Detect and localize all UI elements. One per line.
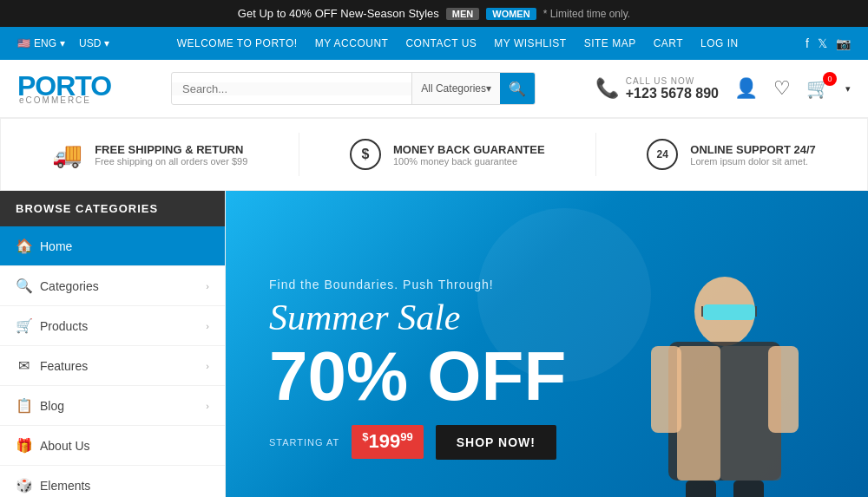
categories-icon: 🔍: [16, 278, 31, 294]
search-category-dropdown[interactable]: All Categories ▾: [412, 73, 500, 104]
svg-rect-10: [755, 306, 757, 317]
feature-money-back-subtitle: 100% money back guarantee: [393, 156, 545, 167]
svg-rect-8: [703, 304, 755, 320]
svg-rect-5: [768, 346, 799, 433]
twitter-icon[interactable]: 𝕏: [818, 36, 827, 50]
shop-now-button[interactable]: SHOP NOW!: [436, 425, 556, 460]
search-input[interactable]: [172, 82, 411, 95]
products-arrow-icon: ›: [206, 321, 209, 331]
limited-text: * Limited time only.: [543, 8, 630, 20]
price-main: 199: [369, 431, 401, 453]
sidebar-item-products-left: 🛒 Products: [16, 317, 88, 334]
facebook-icon[interactable]: f: [806, 36, 809, 50]
banner-text: Get Up to 40% OFF New-Season Styles: [238, 7, 439, 20]
products-icon: 🛒: [16, 317, 31, 334]
cart-icon[interactable]: 🛒 0: [806, 77, 830, 100]
blog-arrow-icon: ›: [206, 401, 209, 411]
hero-section: Find the Boundaries. Push Through! Summe…: [226, 191, 868, 497]
sidebar-item-home[interactable]: 🏠 Home: [0, 226, 225, 266]
blog-icon: 📋: [16, 397, 31, 414]
top-banner: Get Up to 40% OFF New-Season Styles MEN …: [0, 0, 868, 27]
support-icon: 24: [647, 139, 678, 170]
language-selector[interactable]: 🇺🇸 ENG ▾: [17, 37, 65, 49]
nav-bar-center: WELCOME TO PORTO! MY ACCOUNT CONTACT US …: [177, 37, 739, 49]
starting-at-label: STARTING AT: [269, 437, 339, 448]
call-label: CALL US NOW: [626, 76, 719, 86]
sidebar-item-features-left: ✉ Features: [16, 357, 88, 374]
feature-shipping-text: FREE SHIPPING & RETURN Free shipping on …: [95, 143, 247, 167]
sidebar-label-categories: Categories: [40, 279, 99, 293]
search-category-label: All Categories: [421, 82, 486, 95]
feature-money-back-title: MONEY BACK GUARANTEE: [393, 143, 545, 156]
nav-cart[interactable]: CART: [654, 37, 683, 49]
feature-support-subtitle: Lorem ipsum dolor sit amet.: [690, 156, 815, 167]
price-tag: $19999: [352, 425, 423, 458]
nav-contact-us[interactable]: CONTACT US: [405, 37, 477, 49]
call-us: 📞 CALL US NOW +123 5678 890: [595, 76, 719, 101]
svg-rect-6: [686, 481, 716, 497]
instagram-icon[interactable]: 📷: [836, 36, 851, 50]
feature-shipping: 🚚 FREE SHIPPING & RETURN Free shipping o…: [52, 141, 247, 169]
shipping-icon: 🚚: [52, 141, 82, 169]
logo[interactable]: PORTO eCOMMERCE: [17, 72, 111, 105]
account-icon[interactable]: 👤: [734, 77, 758, 100]
sidebar-item-about[interactable]: 🎁 About Us: [0, 426, 225, 466]
lang-chevron-icon: ▾: [60, 37, 65, 49]
sidebar-item-blog[interactable]: 📋 Blog ›: [0, 386, 225, 426]
price-symbol: $: [362, 430, 368, 443]
sidebar-label-features: Features: [40, 359, 88, 373]
sidebar-label-elements: Elements: [40, 479, 90, 493]
sidebar-item-features[interactable]: ✉ Features ›: [0, 346, 225, 386]
sidebar-item-categories-left: 🔍 Categories: [16, 278, 99, 294]
currency-chevron-icon: ▾: [104, 37, 109, 49]
header-right: 📞 CALL US NOW +123 5678 890 👤 ♡ 🛒 0 ▾: [595, 76, 851, 101]
nav-log-in[interactable]: LOG IN: [700, 37, 739, 49]
currency-selector[interactable]: USD ▾: [79, 37, 109, 49]
flag-icon: 🇺🇸: [17, 37, 30, 49]
feature-shipping-subtitle: Free shipping on all orders over $99: [95, 156, 247, 167]
call-number: +123 5678 890: [626, 86, 719, 101]
hero-model-figure: [599, 259, 851, 497]
lang-label: ENG: [34, 37, 56, 49]
currency-label: USD: [79, 37, 101, 49]
wishlist-icon[interactable]: ♡: [773, 77, 791, 100]
feature-support-text: ONLINE SUPPORT 24/7 Lorem ipsum dolor si…: [690, 143, 815, 167]
elements-icon: 🎲: [16, 477, 31, 494]
nav-my-wishlist[interactable]: MY WISHLIST: [494, 37, 566, 49]
sidebar-header: BROWSE CATEGORIES: [0, 191, 225, 226]
sidebar-item-blog-left: 📋 Blog: [16, 397, 64, 414]
sidebar-label-products: Products: [40, 319, 88, 333]
main-content: BROWSE CATEGORIES 🏠 Home 🔍 Categories › …: [0, 191, 868, 497]
money-back-icon: $: [350, 139, 381, 170]
search-button[interactable]: 🔍: [500, 72, 535, 105]
features-bar: 🚚 FREE SHIPPING & RETURN Free shipping o…: [0, 118, 868, 191]
hero-bottom: STARTING AT $19999 SHOP NOW!: [269, 425, 566, 460]
cart-chevron-icon: ▾: [845, 83, 851, 95]
sidebar-item-categories[interactable]: 🔍 Categories ›: [0, 266, 225, 306]
men-tag[interactable]: MEN: [446, 8, 479, 20]
hero-model-svg: [599, 259, 851, 497]
svg-rect-9: [701, 306, 703, 317]
sidebar-item-products[interactable]: 🛒 Products ›: [0, 306, 225, 346]
sidebar-item-elements[interactable]: 🎲 Elements: [0, 466, 225, 497]
feature-money-back: $ MONEY BACK GUARANTEE 100% money back g…: [350, 139, 545, 170]
nav-welcome[interactable]: WELCOME TO PORTO!: [177, 37, 298, 49]
sidebar-label-about: About Us: [40, 439, 90, 453]
call-info: CALL US NOW +123 5678 890: [626, 76, 719, 101]
nav-my-account[interactable]: MY ACCOUNT: [315, 37, 389, 49]
svg-rect-2: [677, 346, 720, 481]
sidebar-label-blog: Blog: [40, 399, 64, 413]
women-tag[interactable]: WOMEN: [486, 8, 536, 20]
about-icon: 🎁: [16, 437, 31, 454]
sidebar-label-home: Home: [40, 239, 72, 253]
sidebar: BROWSE CATEGORIES 🏠 Home 🔍 Categories › …: [0, 191, 226, 497]
svg-rect-4: [651, 346, 681, 433]
search-category-chevron-icon: ▾: [486, 82, 491, 95]
features-arrow-icon: ›: [206, 361, 209, 371]
nav-bar: 🇺🇸 ENG ▾ USD ▾ WELCOME TO PORTO! MY ACCO…: [0, 27, 868, 60]
feature-support: 24 ONLINE SUPPORT 24/7 Lorem ipsum dolor…: [647, 139, 815, 170]
feature-divider-1: [299, 133, 299, 176]
features-icon: ✉: [16, 357, 31, 374]
nav-site-map[interactable]: SITE MAP: [584, 37, 636, 49]
hero-content: Find the Boundaries. Push Through! Summe…: [226, 243, 609, 494]
